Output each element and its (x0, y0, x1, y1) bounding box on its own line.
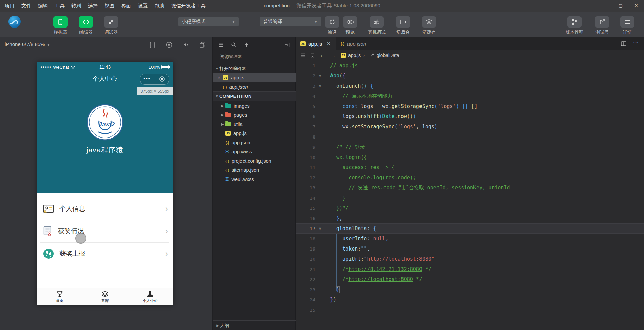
main-toolbar: 模拟器 编辑器 调试器 小程序模式 ▼ 普通编译 ▼ 编译 (0, 12, 644, 37)
details-button[interactable]: 详情 (616, 16, 638, 35)
device-select[interactable]: iPhone 6/7/8 85%▼ (5, 37, 50, 52)
speaker-icon[interactable] (182, 41, 190, 49)
code-area[interactable]: 1// app.js2∨App({3∨ onLaunch() {4 // 展示本… (296, 60, 644, 330)
code-line[interactable]: 18 userInfo: null, (296, 234, 644, 244)
tree-row[interactable]: ▶utils (213, 120, 296, 129)
editor-toggle-button[interactable]: 编辑器 (75, 16, 97, 35)
version-manage-button[interactable]: 版本管理 (564, 16, 585, 35)
exit-circle-icon[interactable] (155, 76, 169, 82)
close-icon[interactable]: ✕ (327, 41, 331, 47)
code-line[interactable]: 13 // 发送 res.code 到后台换取 openId, sessionK… (296, 183, 644, 193)
footprints-icon (43, 248, 54, 259)
close-icon[interactable]: × (215, 75, 223, 80)
screenshot-copy-icon[interactable] (199, 41, 206, 49)
tab-app-js[interactable]: JS app.js ✕ (296, 37, 336, 50)
tabbar-item[interactable]: 竞赛 (82, 288, 127, 305)
code-line[interactable]: 8 (296, 132, 644, 142)
tabbar-item[interactable]: 首页 (37, 288, 82, 305)
code-line[interactable]: 3∨ onLaunch() { (296, 81, 644, 91)
more-actions-icon[interactable]: ⋯ (633, 39, 639, 46)
code-line[interactable]: 21 /*http://8.142.21.132:8080 */ (296, 264, 644, 274)
tabbar-item[interactable]: 个人中心 (128, 288, 173, 305)
breadcrumb-symbol[interactable]: globalData (377, 53, 399, 58)
code-line[interactable]: 20 apiUrl:"http://localhost:8080" (296, 254, 644, 264)
more-dots-icon[interactable]: ••• (140, 75, 155, 83)
code-line[interactable]: 1// app.js (296, 60, 644, 71)
tree-row[interactable]: JSapp.js (213, 129, 296, 138)
code-line[interactable]: 15 })*/ (296, 203, 644, 213)
code-line[interactable]: 5 const logs = wx.getStorageSync('logs')… (296, 101, 644, 111)
breadcrumb: ← → JS app.js › globalData (296, 50, 644, 60)
profile-menu-item[interactable]: 获奖上报› (37, 246, 173, 261)
split-editor-icon[interactable] (621, 41, 626, 46)
folder-images-folder-icon (225, 104, 231, 108)
nav-back-icon[interactable]: ← (320, 52, 325, 59)
wechat-devtools-logo[interactable] (5, 15, 24, 33)
tree-row[interactable]: Ξapp.wxss (213, 147, 296, 156)
mode-select[interactable]: 小程序模式 ▼ (178, 17, 239, 26)
preview-button[interactable]: 预览 (339, 16, 361, 35)
code-line[interactable]: 9 /* // 登录 (296, 142, 644, 152)
tree-row[interactable]: {..}project.config.json (213, 156, 296, 165)
chevron-down-icon: ▼ (47, 43, 50, 47)
code-line[interactable]: 16 }, (296, 213, 644, 223)
profile-menu-item[interactable]: 个人信息› (37, 201, 173, 216)
code-line[interactable]: 10 wx.login({ (296, 152, 644, 162)
breadcrumb-file[interactable]: app.js (348, 53, 361, 58)
tree-row[interactable]: {..}sitemap.json (213, 165, 296, 175)
project-root-section[interactable]: ▼ COMPETITION (213, 91, 296, 101)
tree-row[interactable]: Ξweui.wxss (213, 175, 296, 184)
search-icon[interactable] (230, 41, 237, 48)
project-name: competition (264, 3, 290, 8)
close-button[interactable]: ✕ (628, 0, 644, 12)
list-icon[interactable] (217, 41, 224, 48)
tree-row[interactable]: ×JSapp.js (213, 73, 296, 82)
outline-toggle-icon[interactable] (300, 53, 305, 57)
external-link-icon (599, 19, 605, 25)
switch-background-button[interactable]: 切后台 (392, 16, 414, 35)
profile-menu-item[interactable]: 获奖情况› (37, 224, 173, 239)
device-frame-icon[interactable] (148, 41, 156, 49)
code-line[interactable]: 4 // 展示本地存储能力 (296, 91, 644, 101)
code-line[interactable]: 6 logs.unshift(Date.now()) (296, 111, 644, 122)
code-editor-panel: JS app.js ✕ {..} app.json ⋯ (296, 37, 644, 330)
code-line[interactable]: 12 console.log(res.code); (296, 172, 644, 183)
code-line[interactable]: 14 } (296, 193, 644, 203)
clear-cache-button[interactable]: 清缓存 (418, 16, 440, 35)
lightning-icon[interactable] (243, 41, 250, 48)
code-line[interactable]: 7 wx.setStorageSync('logs', logs) (296, 122, 644, 132)
maximize-button[interactable]: ▢ (613, 0, 628, 12)
device-debug-button[interactable]: 真机调试 (366, 16, 388, 35)
debugger-toggle-button[interactable]: 调试器 (100, 16, 122, 35)
nav-forward-icon[interactable]: → (330, 52, 336, 59)
js-file-icon: JS (341, 53, 346, 58)
capsule-menu[interactable]: ••• (140, 74, 169, 85)
code-line[interactable]: 2∨App({ (296, 71, 644, 81)
compile-mode-select[interactable]: 普通编译 ▼ (260, 17, 321, 26)
minimize-button[interactable]: — (597, 0, 613, 12)
code-line[interactable]: 17∨ globalData: { (296, 223, 644, 234)
tree-row[interactable]: {..}app.json (213, 138, 296, 147)
test-account-button[interactable]: 测试号 (591, 16, 613, 35)
code-line[interactable]: 19 token:"", (296, 244, 644, 254)
code-line[interactable]: 22 /*http://localhost:8080 */ (296, 274, 644, 285)
open-editors-section[interactable]: ▼ 打开的编辑器 (213, 64, 296, 73)
code-line[interactable]: 25 (296, 305, 644, 315)
tree-row[interactable]: ▶pages (213, 110, 296, 120)
record-icon[interactable] (165, 41, 173, 49)
phone-tab-bar: 首页竞赛个人中心 (37, 288, 173, 305)
tree-row[interactable]: {..}app.json (213, 82, 296, 91)
collapse-panel-icon[interactable] (284, 41, 291, 48)
layers-icon (101, 290, 109, 298)
outline-section[interactable]: ▶ 大纲 (213, 320, 296, 330)
tab-app-json[interactable]: {..} app.json (336, 37, 371, 50)
simulator-toggle-button[interactable]: 模拟器 (50, 16, 71, 35)
code-line[interactable]: 23 } (296, 285, 644, 295)
code-line[interactable]: 11 success: res => { (296, 162, 644, 172)
folder-utils-folder-icon (225, 122, 231, 126)
tree-row[interactable]: ▶images (213, 101, 296, 110)
code-line[interactable]: 24}) (296, 295, 644, 305)
bookmark-icon[interactable] (310, 53, 315, 58)
list-separator (37, 216, 173, 224)
switch-background-icon (400, 19, 407, 25)
